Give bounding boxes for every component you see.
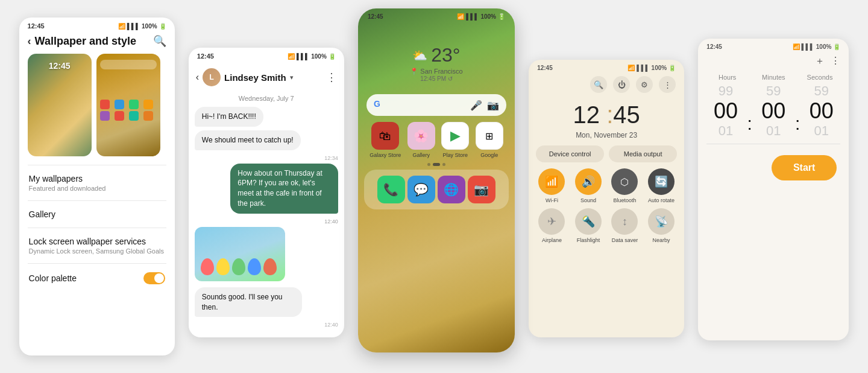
minutes-scroll-bot: 01 [752,123,795,139]
messages-icon: 💬 [414,182,429,197]
qs-tile-datasaver[interactable]: ↕ Data saver [609,208,641,243]
status-bar-5: 12:45 📶 ▌▌▌ 100% 🔋 [698,39,849,53]
message-time-4: 12:40 [195,322,338,328]
search-qs-icon[interactable]: 🔍 [590,76,607,93]
lens-icon[interactable]: 📷 [487,100,499,111]
minutes-col[interactable]: 59 00 01 [752,83,795,139]
qs-tile-airplane[interactable]: ✈ Airplane [536,208,568,243]
wallpaper-thumb-lock[interactable]: 12:45 [28,54,92,156]
timer-column-labels: Hours Minutes Seconds [698,74,849,81]
home-screen-panel: 12:45 📶 ▌▌▌ 100% 🔋 ⛅ 23° 📍 San Francisco… [358,8,515,352]
dock-camera[interactable]: 📷 [468,176,495,203]
status-bar-2: 12:45 📶 ▌▌▌ 100% 🔋 [189,48,344,62]
qs-tile-bluetooth[interactable]: ⬡ Bluetooth [609,168,641,203]
wifi-tile-icon: 📶 [538,168,565,195]
back-arrow-icon[interactable]: ‹ [28,35,31,48]
messages-header: ‹ L Lindsey Smith ▾ ⋮ [189,62,344,90]
dock-phone[interactable]: 📞 [377,176,405,203]
app-galaxy-store[interactable]: 🛍 Galaxy Store [370,122,401,158]
camera-icon: 📷 [474,182,489,197]
battery-2: 100% [311,53,327,60]
dock-messages[interactable]: 💬 [407,176,435,203]
minutes-scroll-top: 59 [752,83,795,99]
google-search-bar[interactable]: G 🎤 📷 [366,94,506,116]
more-options-icon[interactable]: ⋮ [326,71,337,84]
back-arrow-msg[interactable]: ‹ [196,72,199,83]
wp-clock-display: 12:45 [49,61,71,71]
qs-tile-sound[interactable]: 🔊 Sound [573,168,605,203]
timer-status-time: 12:45 [706,43,722,50]
qs-tile-nearby[interactable]: 📡 Nearby [646,208,678,243]
play-store-label: Play Store [442,152,468,158]
home-signal-icon: ▌▌▌ [466,13,479,20]
dock-bar: 📞 💬 🌐 📷 [364,170,509,209]
color-palette-item[interactable]: Color palette [19,264,175,293]
lock-wallpaper-sub: Dynamic Lock screen, Samsung Global Goal… [29,247,165,255]
nearby-tile-label: Nearby [652,237,670,243]
weather-widget: ⛅ 23° 📍 San Francisco 12:45 PM ↺ [358,44,515,82]
app-play-store[interactable]: ▶ Play Store [441,122,469,158]
minutes-label: Minutes [750,74,797,81]
battery-icon-2: 🔋 [329,53,336,60]
home-status-time: 12:45 [368,13,383,20]
qs-battery-icon: 🔋 [668,65,676,71]
status-bar-3: 12:45 📶 ▌▌▌ 100% 🔋 [358,8,515,20]
sound-tile-icon: 🔊 [575,168,602,195]
dock-browser[interactable]: 🌐 [438,176,465,203]
timer-panel: 12:45 📶 ▌▌▌ 100% 🔋 ＋ ⋮ Hours Minutes Sec… [698,39,849,340]
qs-clock-hours: 12 [573,101,600,128]
message-time-1: 12:34 [195,155,338,161]
app-google[interactable]: ⊞ Google [476,122,503,158]
lock-wallpaper-item[interactable]: Lock screen wallpaper services Dynamic L… [19,228,175,263]
color-palette-label: Color palette [29,273,77,283]
color-palette-toggle[interactable] [143,272,165,284]
phone-icon: 📞 [383,182,398,197]
google-app-icon: ⊞ [485,130,493,142]
seconds-scroll-bot: 01 [800,123,843,139]
home-battery-pct: 100% [480,13,496,20]
power-icon[interactable]: ⏻ [613,76,630,93]
my-wallpapers-item[interactable]: My wallpapers Featured and downloaded [19,165,175,200]
qs-tiles-row1: 📶 Wi-Fi 🔊 Sound ⬡ Bluetooth 🔄 Auto rotat… [529,168,684,208]
city-name: 📍 San Francisco [410,68,462,75]
timer-scroll-area: 99 00 01 : 59 00 01 : 59 00 01 [698,83,849,139]
autorotate-tile-icon: 🔄 [648,168,675,195]
wallpaper-header: ‹ Wallpaper and style 🔍 [19,32,175,54]
wallpaper-thumb-home[interactable] [96,54,160,156]
timer-colon-1: : [747,113,752,139]
home-battery-icon: 🔋 [498,13,505,20]
search-icon[interactable]: 🔍 [153,34,166,48]
qs-clock-display: 12 :45 [529,95,684,131]
apps-row-1: 🛍 Galaxy Store 🌸 Gallery ▶ Play Store ⊞ … [358,122,515,158]
qs-status-time: 12:45 [537,65,553,71]
gallery-item[interactable]: Gallery [19,201,175,228]
gallery-icon: 🌸 [414,129,429,143]
more-timer-icon[interactable]: ⋮ [831,55,840,68]
status-bar-1: 12:45 📶 ▌▌▌ 100% 🔋 [19,18,175,32]
settings-icon[interactable]: ⚙ [636,76,653,93]
add-timer-icon[interactable]: ＋ [815,55,825,68]
airplane-tile-label: Airplane [542,237,562,243]
timer-battery-pct: 100% [816,43,832,50]
microphone-icon[interactable]: 🎤 [470,100,482,111]
wifi-icon-1: 📶 [118,23,125,30]
seconds-col[interactable]: 59 00 01 [800,83,843,139]
app-gallery[interactable]: 🌸 Gallery [407,122,435,158]
qs-colon: : [600,101,613,128]
seconds-label: Seconds [797,74,843,81]
qs-tile-autorotate[interactable]: 🔄 Auto rotate [646,168,678,203]
edit-qs-icon[interactable]: ⋮ [659,76,676,93]
message-bubble-1: Hi~! I'm BACK!!!! [195,107,263,127]
message-image [195,227,285,281]
home-wifi-icon: 📶 [457,13,464,20]
datasaver-tile-label: Data saver [612,237,638,243]
qs-signal: ▌▌▌ [637,65,649,71]
message-bubble-3: How about on Thursday at 6PM? If you are… [230,164,338,214]
qs-tile-flashlight[interactable]: 🔦 Flashlight [573,208,605,243]
start-button[interactable]: Start [772,155,837,180]
qs-tile-wifi[interactable]: 📶 Wi-Fi [536,168,568,203]
device-control-btn[interactable]: Device control [536,145,604,162]
chevron-down-icon[interactable]: ▾ [290,74,294,81]
media-output-btn[interactable]: Media output [609,145,677,162]
hours-col[interactable]: 99 00 01 [704,83,747,139]
